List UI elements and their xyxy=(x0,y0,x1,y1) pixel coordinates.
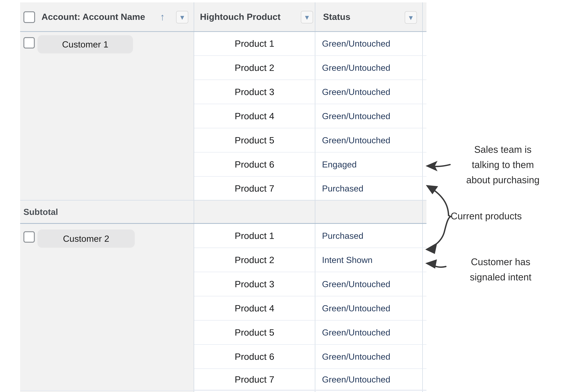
table-row: Product 6 Engaged xyxy=(194,153,427,177)
engaged-arrowhead xyxy=(426,161,437,171)
product-cell: Product 4 xyxy=(194,296,315,320)
status-cell: Green/Untouched xyxy=(315,128,427,152)
select-all-checkbox[interactable] xyxy=(23,11,35,23)
brace-top-arrowhead xyxy=(426,185,438,194)
status-cell: Green/Untouched xyxy=(315,345,427,368)
product-column-menu-button[interactable]: ▼ xyxy=(301,11,313,23)
customer-1-checkbox[interactable] xyxy=(23,37,35,49)
subtotal-top-border xyxy=(20,200,427,200)
table-row: Product 4 Green/Untouched xyxy=(194,296,427,321)
annotation-current-products: Current products xyxy=(451,209,564,224)
product-cell: Product 3 xyxy=(194,80,315,104)
chevron-down-icon: ▼ xyxy=(304,14,310,21)
status-cell: Green/Untouched xyxy=(315,272,427,296)
status-cell: Purchased xyxy=(315,224,427,248)
product-cell: Product 2 xyxy=(194,248,315,272)
status-cell: Green/Untouched xyxy=(315,321,427,344)
table-row: Product 6 Green/Untouched xyxy=(194,345,427,369)
annotation-signaled-intent: Customer has signaled intent xyxy=(444,254,557,285)
account-column-menu-button[interactable]: ▼ xyxy=(176,11,188,23)
product-cell: Product 1 xyxy=(194,32,315,55)
intent-arrowhead xyxy=(425,259,437,268)
status-cell: Green/Untouched xyxy=(315,80,427,104)
table-row: Product 2 Intent Shown xyxy=(194,248,427,272)
product-cell: Product 6 xyxy=(194,153,315,176)
brace-bottom-arrowhead xyxy=(425,243,437,254)
customer-1-rows: Product 1 Green/Untouched Product 2 Gree… xyxy=(194,32,427,200)
customer-2-rows: Product 1 Purchased Product 2 Intent Sho… xyxy=(194,224,427,390)
current-products-brace xyxy=(432,189,451,247)
sort-ascending-icon[interactable]: ↑ xyxy=(160,2,165,31)
column-header-account[interactable]: Account: Account Name xyxy=(41,2,145,31)
table-row: Product 5 Green/Untouched xyxy=(194,128,427,153)
table-row: Product 3 Green/Untouched xyxy=(194,272,427,296)
product-cell: Product 6 xyxy=(194,345,315,368)
product-cell: Product 1 xyxy=(194,224,315,248)
status-cell: Green/Untouched xyxy=(315,104,427,128)
product-cell: Product 4 xyxy=(194,104,315,128)
account-name-customer-1: Customer 1 xyxy=(37,35,133,53)
account-name-customer-2: Customer 2 xyxy=(37,230,135,248)
product-cell: Product 5 xyxy=(194,128,315,152)
table-row: Product 2 Green/Untouched xyxy=(194,56,427,80)
account-column-background xyxy=(20,2,194,392)
product-cell: Product 7 xyxy=(194,369,315,390)
annotation-sales-team: Sales team is talking to them about purc… xyxy=(446,142,560,188)
table-row: Product 5 Green/Untouched xyxy=(194,321,427,345)
status-cell: Purchased xyxy=(315,177,427,200)
status-cell: Intent Shown xyxy=(315,248,427,272)
status-cell: Green/Untouched xyxy=(315,56,427,80)
column-header-status[interactable]: Status xyxy=(323,2,350,31)
status-cell: Green/Untouched xyxy=(315,369,427,390)
table-row: Product 7 Green/Untouched xyxy=(194,369,427,390)
status-cell: Green/Untouched xyxy=(315,296,427,320)
product-cell: Product 5 xyxy=(194,321,315,344)
column-header-product[interactable]: Hightouch Product xyxy=(200,2,281,31)
status-cell: Engaged xyxy=(315,153,427,176)
chevron-down-icon: ▼ xyxy=(179,14,185,21)
table-bottom-border xyxy=(20,390,427,391)
customer-2-checkbox[interactable] xyxy=(23,231,35,243)
status-cell: Green/Untouched xyxy=(315,32,427,55)
subtotal-label: Subtotal xyxy=(23,200,58,223)
table-row: Product 3 Green/Untouched xyxy=(194,80,427,104)
status-column-menu-button[interactable]: ▼ xyxy=(405,11,417,24)
product-cell: Product 2 xyxy=(194,56,315,80)
table-row: Product 1 Green/Untouched xyxy=(194,32,427,56)
product-cell: Product 7 xyxy=(194,177,315,200)
table-row: Product 7 Purchased xyxy=(194,177,427,200)
table-row: Product 4 Green/Untouched xyxy=(194,104,427,128)
chevron-down-icon: ▼ xyxy=(408,15,414,21)
subtotal-row-background xyxy=(20,200,427,223)
product-cell: Product 3 xyxy=(194,272,315,296)
table-row: Product 1 Purchased xyxy=(194,224,427,248)
